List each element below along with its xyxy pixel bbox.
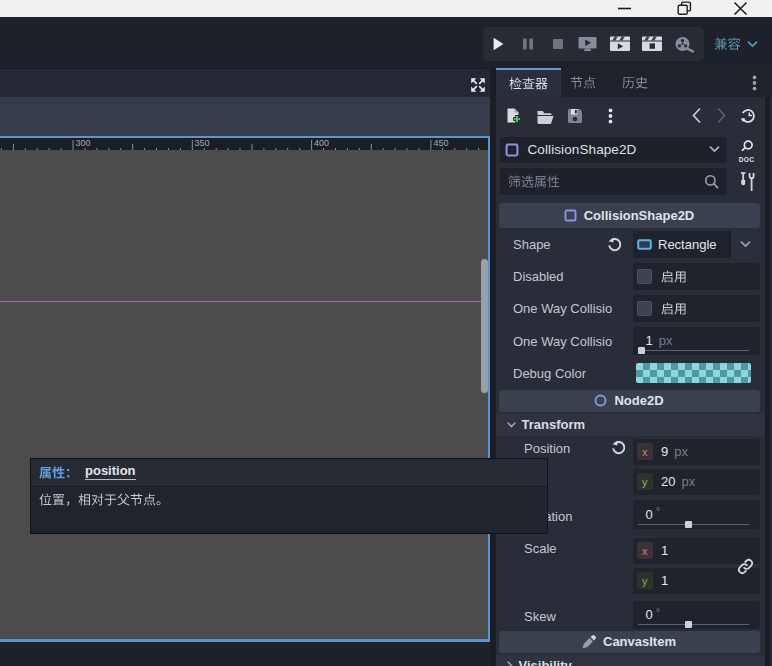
- slider-track: [638, 624, 749, 626]
- property-label-position: Position: [524, 441, 570, 456]
- property-value-position-y[interactable]: y 20 px: [633, 469, 760, 495]
- category-label: CollisionShape2D: [584, 208, 695, 223]
- play-custom-scene-button[interactable]: [610, 36, 630, 52]
- renderer-label: [714, 37, 741, 51]
- divider: [729, 231, 730, 258]
- property-label-one-way-collision-margin: One Way Collisio: [513, 334, 612, 349]
- movie-writer-button[interactable]: [674, 36, 695, 52]
- checkbox-label-enable: [661, 302, 687, 315]
- pause-button[interactable]: [520, 36, 536, 52]
- play-button[interactable]: [490, 36, 506, 52]
- scene-tabs-bar: [0, 68, 490, 97]
- slider-grabber[interactable]: [685, 621, 692, 628]
- ruler-label: 300: [76, 138, 91, 149]
- link-scale-icon[interactable]: [737, 558, 754, 575]
- scale-y-value: 1: [661, 573, 668, 588]
- skew-suffix: °: [656, 606, 660, 618]
- horizontal-ruler: 300 350 400 450: [0, 138, 488, 150]
- property-value-position-x[interactable]: x 9 px: [633, 439, 760, 465]
- tooltip-kind-label: [39, 466, 78, 479]
- property-value-one-way-collision: [633, 295, 760, 322]
- slider-grabber[interactable]: [685, 521, 692, 528]
- window-minimize-button[interactable]: [617, 1, 632, 16]
- section-label: Visibility: [519, 658, 572, 666]
- bottom-panel-strip: [0, 642, 490, 666]
- revert-icon[interactable]: [611, 440, 626, 455]
- movie-maker-button[interactable]: [642, 36, 662, 52]
- tooltip-header: position: [31, 459, 547, 487]
- node2d-icon: [594, 394, 607, 407]
- stop-button[interactable]: [550, 36, 566, 52]
- checkbox-label: [661, 270, 687, 283]
- slider-grabber[interactable]: [638, 347, 645, 354]
- category-node2d[interactable]: Node2D: [499, 390, 760, 412]
- property-label-skew: Skew: [524, 609, 556, 624]
- ruler-label: 450: [434, 138, 449, 149]
- window-titlebar: [0, 0, 772, 17]
- axis-x-chip: x: [637, 542, 654, 560]
- rectangle-shape-icon: [637, 239, 652, 250]
- rotation-suffix: °: [656, 505, 660, 517]
- property-label-scale: Scale: [524, 541, 557, 556]
- property-value-shape[interactable]: Rectangle: [633, 231, 760, 258]
- property-value-rotation[interactable]: 0 °: [633, 500, 760, 529]
- property-tooltip: position: [30, 458, 548, 534]
- inspector-dock: CollisionShape2D DOC CollisionShape2D Sh…: [496, 68, 772, 666]
- godot-editor-window: 300 350 400 450 CollisionShape2D: [0, 0, 772, 666]
- one-way-collision-checkbox[interactable]: [637, 301, 652, 316]
- property-label-disabled: Disabled: [513, 269, 564, 284]
- tooltip-property-name: position: [85, 464, 136, 480]
- margin-value-text: 1: [646, 333, 653, 348]
- tooltip-description-text: [39, 493, 169, 506]
- slider-track: [638, 524, 749, 526]
- distraction-free-button[interactable]: [469, 76, 486, 93]
- property-value-one-way-collision-margin[interactable]: 1 px: [633, 327, 760, 355]
- brush-icon: [582, 635, 596, 649]
- shape-dropdown-chevron[interactable]: [731, 231, 760, 258]
- position-x-suffix: px: [674, 444, 688, 459]
- section-label: Transform: [522, 417, 586, 432]
- position-y-value: 20: [661, 474, 675, 489]
- property-value-debug-color: [633, 360, 760, 387]
- play-scene-button[interactable]: [578, 36, 597, 52]
- position-x-value: 9: [661, 444, 668, 459]
- renderer-select[interactable]: [714, 37, 758, 51]
- scale-x-value: 1: [661, 543, 668, 558]
- category-collisionshape2d[interactable]: CollisionShape2D: [499, 203, 760, 229]
- slider-track: [638, 350, 749, 352]
- debug-color-swatch[interactable]: [636, 363, 751, 383]
- axis-y-chip: y: [637, 473, 654, 491]
- ruler-ticks: [0, 140, 488, 150]
- position-y-suffix: px: [681, 474, 695, 489]
- ruler-label: 350: [195, 138, 210, 149]
- rotation-value: 0: [646, 507, 653, 522]
- revert-icon[interactable]: [607, 237, 622, 252]
- property-value-skew[interactable]: 0 °: [633, 601, 760, 629]
- tooltip-kind: [39, 466, 78, 479]
- chevron-down-icon: [507, 422, 516, 428]
- disabled-checkbox[interactable]: [637, 269, 652, 284]
- viewport-guide-line: [0, 301, 488, 303]
- property-list: CollisionShape2D Shape Rectangle Disable…: [496, 68, 772, 666]
- property-label-debug-color: Debug Color: [513, 366, 586, 381]
- section-visibility[interactable]: Visibility: [496, 655, 765, 666]
- property-label-shape: Shape: [513, 237, 551, 252]
- axis-y-chip: y: [637, 572, 654, 590]
- property-label-one-way-collision: One Way Collisio: [513, 301, 612, 316]
- collision-shape-2d-icon: [564, 209, 577, 222]
- 2d-viewport[interactable]: [0, 150, 488, 639]
- window-restore-button[interactable]: [677, 1, 692, 16]
- category-canvasitem[interactable]: CanvasItem: [499, 631, 760, 653]
- shape-value-text: Rectangle: [658, 237, 717, 252]
- margin-suffix: px: [659, 333, 673, 348]
- ruler-label: 400: [314, 138, 329, 149]
- chevron-right-icon: [507, 661, 513, 666]
- skew-value: 0: [646, 607, 653, 622]
- checkbox-label: [661, 302, 687, 315]
- window-close-button[interactable]: [733, 1, 748, 16]
- canvas-toolbar: [0, 97, 490, 136]
- section-transform[interactable]: Transform: [496, 414, 765, 436]
- viewport-vertical-scrollbar[interactable]: [481, 259, 488, 393]
- axis-x-chip: x: [637, 443, 654, 461]
- chevron-down-icon: [747, 41, 758, 48]
